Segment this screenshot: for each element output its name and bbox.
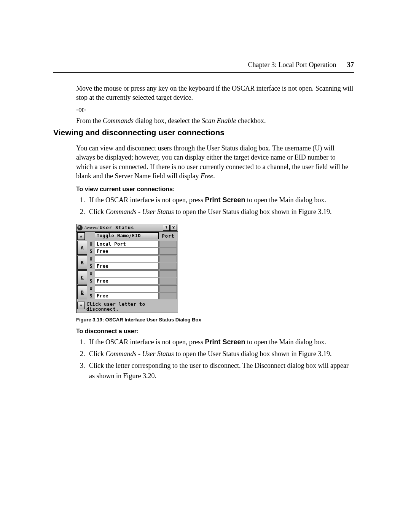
steps-view: If the OSCAR interface is not open, pres… xyxy=(76,195,354,217)
page-number: 37 xyxy=(347,61,354,69)
step-view-1: If the OSCAR interface is not open, pres… xyxy=(87,195,354,205)
oscar-entry-a: A U Local Port S Free xyxy=(77,241,177,255)
toggle-name-eid-button[interactable]: Toggle Name/EID xyxy=(95,232,159,239)
user-letter-button-b[interactable]: B xyxy=(77,256,87,270)
server-field-c: Free xyxy=(95,278,159,284)
server-field-a: Free xyxy=(95,248,159,255)
para-cancel-scan-2: From the Commands dialog box, deselect t… xyxy=(76,116,354,125)
user-field-b xyxy=(95,256,159,262)
running-header: Chapter 3: Local Port Operation 37 xyxy=(248,61,354,69)
para-cancel-scan-1: Move the mouse or press any key on the k… xyxy=(76,84,354,102)
oscar-titlebar: Avocent User Status ? X xyxy=(76,224,178,232)
help-button[interactable]: ? xyxy=(163,225,170,231)
para-or: -or- xyxy=(76,105,354,114)
oscar-help-text: Click user letter to disconnect. xyxy=(86,302,145,312)
oscar-rows: A U Local Port S Free B U S F xyxy=(76,241,178,301)
header-rule xyxy=(53,72,354,73)
server-field-d: Free xyxy=(95,292,159,299)
figure-caption: Figure 3.19: OSCAR Interface User Status… xyxy=(76,317,354,323)
chapter-line: Chapter 3: Local Port Operation xyxy=(248,61,336,69)
para-intro: You can view and disconnect users throug… xyxy=(76,144,354,181)
oscar-title: User Status xyxy=(100,225,134,230)
u-label: U xyxy=(88,241,94,248)
step-view-2: Click Commands - User Status to open the… xyxy=(87,207,354,217)
step-disc-1: If the OSCAR interface is not open, pres… xyxy=(87,337,354,347)
oscar-footer: ▼ Click user letter to disconnect. xyxy=(76,301,178,312)
user-letter-button-d[interactable]: D xyxy=(77,285,87,299)
scroll-down-icon[interactable]: ▼ xyxy=(77,302,85,309)
server-field-b: Free xyxy=(95,263,159,270)
content-column: Move the mouse or press any key on the k… xyxy=(76,84,354,385)
user-letter-button-c[interactable]: C xyxy=(77,270,87,284)
oscar-entry-d: D U S Free xyxy=(77,285,177,299)
port-header: Port xyxy=(159,232,177,240)
step-disc-3: Click the letter corresponding to the us… xyxy=(87,361,354,381)
close-button[interactable]: X xyxy=(170,225,177,231)
user-field-d xyxy=(95,285,159,292)
page: Chapter 3: Local Port Operation 37 Viewi… xyxy=(0,0,411,532)
port-field-a-u xyxy=(159,241,177,248)
s-label: S xyxy=(88,248,94,255)
oscar-user-status-dialog: Avocent User Status ? X ▲ Toggle Name/EI… xyxy=(76,224,178,313)
step-disc-2: Click Commands - User Status to open the… xyxy=(87,349,354,359)
port-field-a-s xyxy=(159,248,177,255)
user-letter-button-a[interactable]: A xyxy=(77,241,87,255)
h2-spacer xyxy=(76,128,354,144)
user-field-c xyxy=(95,270,159,277)
oscar-header-row: ▲ Toggle Name/EID Port xyxy=(76,232,178,241)
oscar-entry-b: B U S Free xyxy=(77,256,177,270)
subheading-view: To view current user connections: xyxy=(76,186,354,193)
oscar-entry-c: C U S Free xyxy=(77,270,177,284)
avocent-logo-icon xyxy=(77,225,83,230)
subheading-disconnect: To disconnect a user: xyxy=(76,328,354,335)
scroll-up-icon[interactable]: ▲ xyxy=(77,232,85,240)
steps-disconnect: If the OSCAR interface is not open, pres… xyxy=(76,337,354,381)
oscar-brand: Avocent xyxy=(84,225,99,231)
oscar-body: ▲ Toggle Name/EID Port A U Local Port S … xyxy=(76,232,178,313)
user-field-a: Local Port xyxy=(95,241,159,248)
